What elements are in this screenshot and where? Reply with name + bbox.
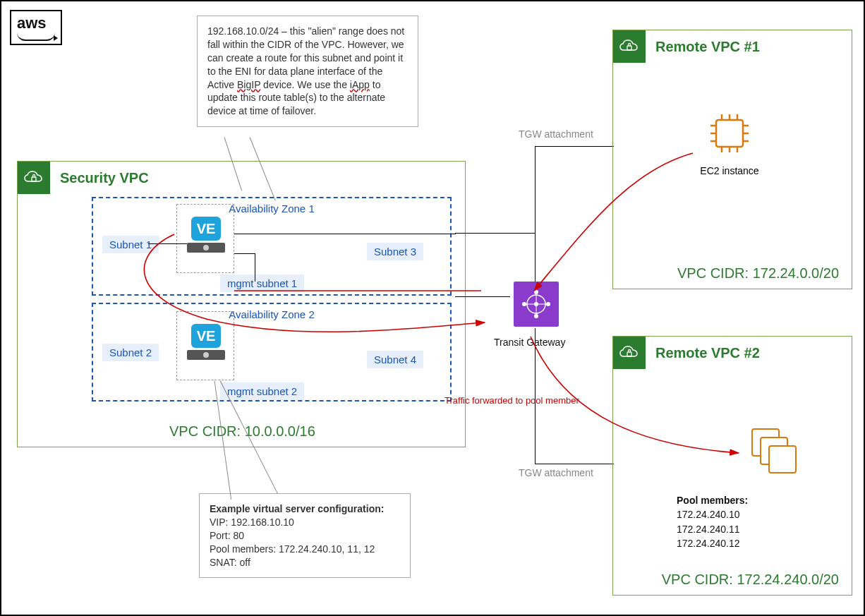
pool-members-list: Pool members: 172.24.240.10 172.24.240.1… xyxy=(677,493,748,550)
pm3: 172.24.240.12 xyxy=(677,538,740,549)
svg-point-6 xyxy=(546,302,550,306)
vs-pool: Pool members: 172.24.240.10, 11, 12 xyxy=(210,543,400,556)
transit-gateway: Transit Gateway xyxy=(508,282,564,348)
az1-title: Availability Zone 1 xyxy=(229,203,314,215)
line xyxy=(234,253,255,254)
subnet-2: Subnet 2 xyxy=(102,344,159,361)
vs-vip: VIP: 192.168.10.10 xyxy=(210,516,400,529)
mgmt-subnet-2: mgmt subnet 2 xyxy=(220,382,304,400)
remote-vpc-1-box: Remote VPC #1 EC2 instance VPC CIDR: 172… xyxy=(612,30,852,289)
remote-vpc1-title: Remote VPC #1 xyxy=(655,39,760,55)
line xyxy=(234,234,456,234)
aws-logo-text: aws xyxy=(17,14,47,32)
ec2-label: EC2 instance xyxy=(698,165,761,176)
pm2: 172.24.240.11 xyxy=(677,524,740,535)
line xyxy=(535,146,536,282)
vs-port: Port: 80 xyxy=(210,529,400,543)
bigip-ve-2-icon: VE xyxy=(187,324,225,360)
ve-badge: VE xyxy=(191,217,221,241)
bigip-ve-1-icon: VE xyxy=(187,217,225,253)
cloud-lock-icon xyxy=(613,337,646,369)
callout-text: 192.168.10.0/24 – this "alien" range doe… xyxy=(207,25,404,116)
ec2-chip-icon xyxy=(708,111,751,155)
pool-members-icon xyxy=(751,428,798,475)
line xyxy=(455,233,536,234)
subnet-3: Subnet 3 xyxy=(367,243,423,260)
pm-title: Pool members: xyxy=(677,495,748,506)
mgmt-subnet-1: mgmt subnet 1 xyxy=(220,274,304,292)
line xyxy=(535,464,614,464)
remote-vpc-2-box: Remote VPC #2 Pool members: 172.24.240.1… xyxy=(612,336,852,596)
security-vpc-title: Security VPC xyxy=(60,170,149,186)
vpc-header: Security VPC xyxy=(18,162,465,194)
transit-gateway-icon xyxy=(514,282,559,327)
vpc-header: Remote VPC #2 xyxy=(613,337,852,369)
remote-vpc2-cidr: VPC CIDR: 172.24.240.0/20 xyxy=(662,572,839,588)
aws-logo: aws xyxy=(10,10,62,45)
line xyxy=(535,146,614,147)
appliance-base-icon xyxy=(187,350,225,360)
cloud-lock-icon xyxy=(613,30,646,63)
line xyxy=(255,253,255,282)
line xyxy=(148,243,187,244)
remote-vpc1-cidr: VPC CIDR: 172.24.0.0/20 xyxy=(677,265,839,282)
vs-snat: SNAT: off xyxy=(210,556,400,569)
remote-vpc2-title: Remote VPC #2 xyxy=(655,345,760,361)
callout-alien-range: 192.168.10.0/24 – this "alien" range doe… xyxy=(197,16,418,127)
traffic-forwarded-label: Traffic forwarded to pool member xyxy=(444,395,579,406)
svg-point-3 xyxy=(534,290,538,294)
svg-rect-25 xyxy=(627,352,631,356)
aws-swoosh-icon xyxy=(17,32,55,41)
svg-rect-0 xyxy=(32,177,36,181)
callout-virtual-server: Example virtual server configuration: VI… xyxy=(199,493,411,578)
vs-title: Example virtual server configuration: xyxy=(210,502,400,516)
ec2-instance: EC2 instance xyxy=(698,111,761,176)
svg-point-5 xyxy=(522,302,526,306)
line xyxy=(455,296,510,297)
svg-rect-12 xyxy=(716,120,743,147)
vpc-header: Remote VPC #1 xyxy=(613,30,852,63)
tgw-attachment-2: TGW attachment xyxy=(519,467,593,478)
security-vpc-box: Security VPC Availability Zone 1 Availab… xyxy=(17,161,466,447)
transit-gateway-label: Transit Gateway xyxy=(494,337,564,348)
ve-badge: VE xyxy=(191,324,221,348)
svg-point-4 xyxy=(534,314,538,318)
svg-point-2 xyxy=(534,302,538,306)
pm1: 172.24.240.10 xyxy=(677,509,740,520)
tgw-attachment-1: TGW attachment xyxy=(519,128,593,140)
subnet-4: Subnet 4 xyxy=(367,351,423,368)
appliance-base-icon xyxy=(187,243,225,253)
az2-title: Availability Zone 2 xyxy=(229,308,314,320)
svg-rect-11 xyxy=(627,46,631,50)
cloud-lock-icon xyxy=(18,162,50,194)
diagram-canvas: aws 192.168.10.0/24 – this "alien" range… xyxy=(0,0,865,616)
subnet-1: Subnet 1 xyxy=(102,236,159,253)
